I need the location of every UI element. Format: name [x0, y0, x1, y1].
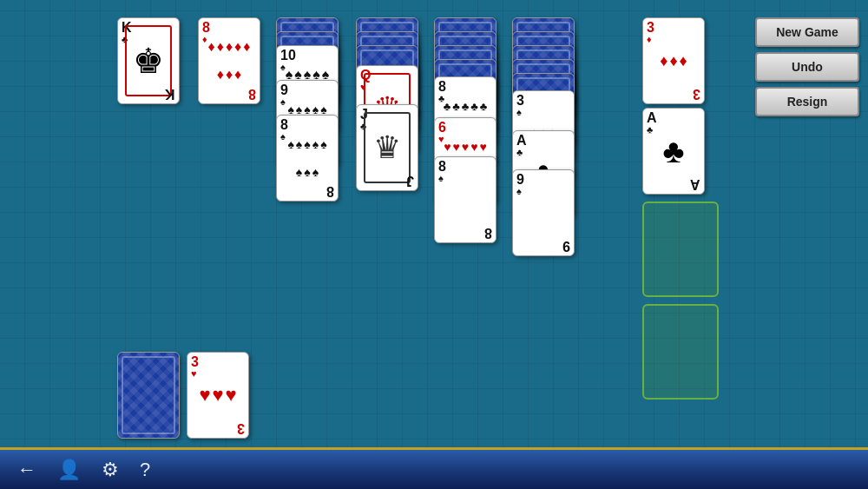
- new-game-button[interactable]: New Game: [755, 17, 859, 47]
- back-icon[interactable]: ←: [17, 459, 36, 481]
- card-rank-bottom: K: [165, 87, 175, 101]
- undo-button[interactable]: Undo: [755, 52, 859, 82]
- tableau-col-2: 8 ♦ ♦♦ ♦♦ ♦♦ ♦♦ 8: [198, 17, 260, 104]
- card-8-diamonds[interactable]: 8 ♦ ♦♦ ♦♦ ♦♦ ♦♦ 8: [198, 17, 260, 104]
- card-king-clubs[interactable]: K ♣ ♚ K: [117, 17, 180, 104]
- user-icon[interactable]: 👤: [57, 459, 81, 481]
- stock-pile[interactable]: [117, 352, 180, 439]
- waste-card-3-hearts[interactable]: 3 ♥ ♥ ♥ ♥ 3: [187, 352, 249, 439]
- settings-icon[interactable]: ⚙: [102, 459, 119, 481]
- card-9-bottom[interactable]: 9 ♠ 9: [512, 169, 575, 256]
- card-ace-clubs-2[interactable]: A ♣ ♣ A: [642, 108, 705, 195]
- foundation-slot-2[interactable]: [642, 304, 719, 400]
- foundation-slot-1[interactable]: [642, 202, 719, 297]
- card-face-bottom[interactable]: 8 ♠ 8: [434, 156, 496, 243]
- resign-button[interactable]: Resign: [755, 87, 859, 116]
- help-icon[interactable]: ?: [140, 459, 150, 481]
- tableau-col-7: 3 ♦ ♦ ♦ ♦ 3 A ♣ ♣ A: [642, 17, 719, 400]
- stock-area: 3 ♥ ♥ ♥ ♥ 3: [117, 352, 249, 439]
- card-8-spades[interactable]: 8 ♠ ♠♠ ♠♠ ♠♠ ♠♠ 8: [276, 115, 339, 202]
- toolbar: ← 👤 ⚙ ?: [0, 447, 868, 489]
- right-panel: New Game Undo Resign: [755, 17, 859, 116]
- card-jack-clubs[interactable]: J ♣ ♛ J: [356, 104, 418, 191]
- tableau-col-1: K ♣ ♚ K: [117, 17, 180, 104]
- card-3-diamonds[interactable]: 3 ♦ ♦ ♦ ♦ 3: [642, 17, 705, 104]
- face-card-art: ♚: [125, 25, 172, 96]
